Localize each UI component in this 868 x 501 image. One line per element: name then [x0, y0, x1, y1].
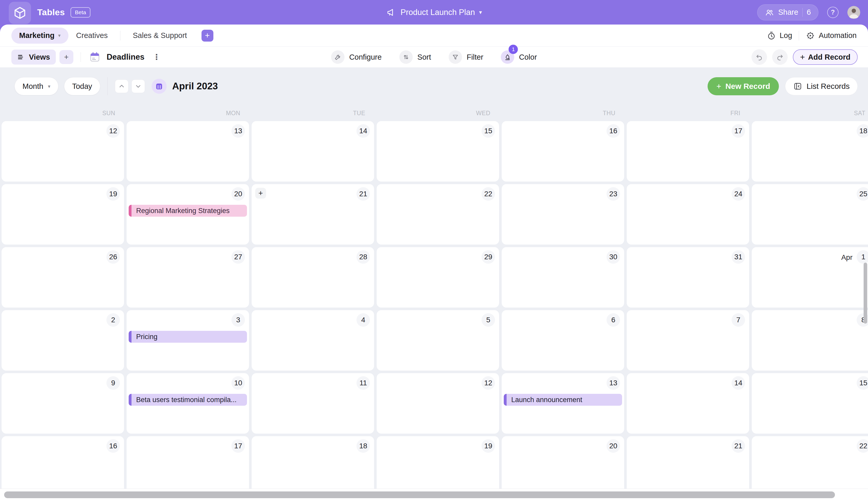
calendar-cell[interactable]: 24 — [627, 184, 749, 245]
configure-button[interactable]: Configure — [331, 50, 382, 64]
calendar-cell[interactable]: 22 — [752, 436, 868, 497]
calendar-cell[interactable]: 19 — [2, 184, 124, 245]
next-period-button[interactable] — [131, 79, 145, 93]
calendar-cell[interactable]: 13Launch announcement — [502, 373, 624, 434]
event-pill[interactable]: Regional Marketing Strategies — [129, 205, 247, 217]
calendar-cell[interactable]: 30 — [502, 247, 624, 308]
calendar-cell[interactable]: 28 — [252, 247, 374, 308]
color-button[interactable]: Color1 — [501, 50, 537, 64]
configure-label: Configure — [349, 53, 382, 62]
calendar-cell[interactable]: 21 — [627, 436, 749, 497]
calendar-cell[interactable]: 23 — [502, 184, 624, 245]
share-label: Share — [778, 8, 798, 17]
filter-button[interactable]: Filter — [449, 50, 483, 64]
calendar-cell[interactable]: 2 — [2, 310, 124, 371]
calendar-cell[interactable]: 4 — [252, 310, 374, 371]
date-number: 26 — [106, 250, 120, 264]
calendar-cell[interactable]: 20Regional Marketing Strategies — [127, 184, 249, 245]
calendar-cell[interactable]: 9 — [2, 373, 124, 434]
views-button[interactable]: Views — [11, 50, 56, 65]
calendar-cell[interactable]: 17 — [127, 436, 249, 497]
calendar-cell[interactable]: 15 — [377, 121, 499, 182]
user-avatar[interactable] — [847, 6, 860, 19]
date-number: 17 — [732, 124, 745, 138]
sort-button[interactable]: Sort — [399, 50, 431, 64]
calendar-cell[interactable]: 15 — [752, 373, 868, 434]
date-number: 24 — [732, 187, 745, 201]
calendar-cell[interactable]: 7 — [627, 310, 749, 371]
previous-period-button[interactable] — [115, 79, 128, 93]
calendar-cell[interactable]: 29 — [377, 247, 499, 308]
plus-icon: + — [64, 53, 69, 62]
calendar-cell[interactable]: 8 — [752, 310, 868, 371]
clock-icon — [767, 31, 776, 40]
calendar-cell[interactable]: 11 — [252, 373, 374, 434]
calendar-cell[interactable]: 31 — [627, 247, 749, 308]
redo-button[interactable] — [772, 49, 788, 65]
undo-button[interactable] — [751, 49, 767, 65]
calendar-cell[interactable]: 17 — [627, 121, 749, 182]
calendar-cell[interactable]: 12 — [377, 373, 499, 434]
help-button[interactable]: ? — [827, 7, 838, 18]
color-count-badge: 1 — [509, 45, 518, 54]
date-number: 21 — [357, 187, 370, 201]
people-icon — [765, 8, 774, 17]
day-header-row: SUNMONTUEWEDTHUFRISAT — [0, 110, 868, 121]
calendar-mode-select[interactable]: Month ▾ — [14, 77, 59, 95]
calendar-cell[interactable]: 19 — [377, 436, 499, 497]
tab-creatives[interactable]: Creatives — [68, 28, 116, 44]
divider — [107, 77, 108, 95]
calendar-cell[interactable]: 20 — [502, 436, 624, 497]
calendar-cell[interactable]: 12 — [2, 121, 124, 182]
calendar-cell[interactable]: 18 — [752, 121, 868, 182]
event-pill[interactable]: Beta users testimonial compila... — [129, 394, 247, 406]
sort-label: Sort — [417, 53, 431, 62]
date-number: 13 — [606, 376, 620, 390]
calendar-cell[interactable]: 14 — [627, 373, 749, 434]
beta-badge: Beta — [71, 7, 91, 18]
calendar-cell[interactable]: 5 — [377, 310, 499, 371]
date-number: 10 — [232, 376, 245, 390]
tab-sales-support[interactable]: Sales & Support — [125, 28, 195, 44]
app-logo-cube-icon[interactable] — [9, 2, 31, 24]
document-title-button[interactable]: Product Launch Plan ▾ — [386, 0, 482, 24]
divider — [799, 31, 799, 41]
date-number: 21 — [732, 439, 745, 453]
add-table-button[interactable]: + — [201, 30, 213, 42]
date-number: 14 — [357, 124, 370, 138]
share-button[interactable]: Share 6 — [757, 4, 818, 20]
today-label: Today — [72, 82, 92, 90]
list-records-button[interactable]: List Records — [785, 77, 858, 95]
calendar-cell[interactable]: 14 — [252, 121, 374, 182]
add-view-button[interactable]: + — [60, 50, 73, 64]
calendar-cell[interactable]: 21+ — [252, 184, 374, 245]
calendar-cell[interactable]: 10Beta users testimonial compila... — [127, 373, 249, 434]
calendar-cell[interactable]: 3Pricing — [127, 310, 249, 371]
add-record-button[interactable]: + Add Record — [793, 49, 858, 65]
calendar-cell[interactable]: 26 — [2, 247, 124, 308]
calendar-cell[interactable]: 22 — [377, 184, 499, 245]
tab-marketing[interactable]: Marketing▾ — [11, 28, 68, 44]
add-record-in-cell-button[interactable]: + — [255, 188, 266, 199]
event-pill[interactable]: Launch announcement — [504, 394, 622, 406]
calendar-cell[interactable]: 27 — [127, 247, 249, 308]
calendar-cell[interactable]: 25 — [752, 184, 868, 245]
vertical-scrollbar[interactable] — [864, 263, 867, 323]
today-button[interactable]: Today — [64, 77, 100, 95]
automation-button[interactable]: Automation — [806, 31, 857, 40]
calendar-cell[interactable]: 13 — [127, 121, 249, 182]
calendar-cell[interactable]: 18 — [252, 436, 374, 497]
view-menu-kebab-icon[interactable]: ⋮ — [153, 54, 160, 61]
date-number: 22 — [857, 439, 868, 453]
date-number: 4 — [357, 313, 370, 327]
new-record-button[interactable]: + New Record — [708, 77, 779, 95]
calendar-cell[interactable]: 6 — [502, 310, 624, 371]
calendar-cell[interactable]: 16 — [502, 121, 624, 182]
log-button[interactable]: Log — [767, 31, 792, 40]
list-records-label: List Records — [806, 82, 850, 90]
event-pill[interactable]: Pricing — [129, 331, 247, 343]
calendar-cell[interactable]: Apr1 — [752, 247, 868, 308]
calendar-cell[interactable]: 16 — [2, 436, 124, 497]
horizontal-scrollbar[interactable] — [4, 491, 835, 498]
event-color-bar — [129, 331, 131, 343]
